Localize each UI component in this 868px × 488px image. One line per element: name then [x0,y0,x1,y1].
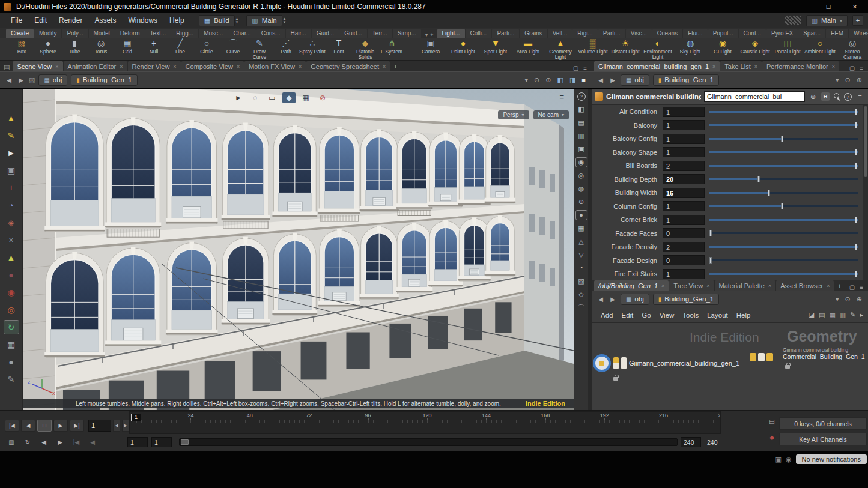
playback-start-field[interactable]: 1 [151,437,172,447]
shelf-tool-font[interactable]: TFont [326,38,352,60]
path-chip-node[interactable]: ▮ Building_Gen_1 [653,74,719,86]
node-building-generator[interactable]: Giimann_commercial_building_gen_1 [593,354,739,372]
drag-grip[interactable] [785,16,801,25]
lasso-select-icon[interactable]: ◌ [249,92,262,103]
path-chip-obj[interactable]: ▦ obj [621,74,649,86]
network-grid-icon[interactable]: ▦ [829,311,835,319]
wireframe-icon[interactable]: ◎ [576,171,587,180]
menu-render[interactable]: Render [53,16,88,25]
pane-options-icon[interactable]: ≡ [860,65,863,71]
pane-options-icon[interactable]: ≡ [583,65,587,71]
path-chip-obj[interactable]: ▦ obj [38,74,67,86]
slider-handle[interactable] [709,230,712,236]
shelf-tab-parti[interactable]: Parti... [598,29,625,38]
shelf-tool-l-system[interactable]: ⋔L-System [378,38,405,60]
path-dropdown-icon[interactable]: ▾ [834,295,840,303]
shelf-tool-grid[interactable]: ▦Grid [114,38,141,60]
magnet-tool-icon[interactable]: ◈ [4,216,19,229]
material-shade-icon[interactable]: ● [576,211,587,220]
play-button[interactable]: ▶ [53,420,68,432]
tab-take-list[interactable]: Take List× [720,61,762,71]
close-button[interactable]: × [842,3,868,10]
close-tab-icon[interactable]: × [120,64,123,70]
range-end-field[interactable]: 240 [704,437,724,447]
move-tool-icon[interactable]: × [4,233,19,247]
shelf-tab-guid[interactable]: Guid... [339,29,366,38]
main-stepper[interactable]: ▴▾ [284,17,286,24]
add-desktop-button[interactable]: + [852,15,863,26]
param-value-field[interactable]: 2 [663,161,705,171]
shelf-tool-environment-light[interactable]: ◐Environment Light [642,38,674,60]
shelf-tab-rigg[interactable]: Rigg... [171,29,198,38]
shelf-dropdown-icon[interactable]: ▾ [425,32,428,38]
tab-render-view[interactable]: Render View× [128,61,181,71]
scrollbar-thumb[interactable] [864,106,867,177]
close-tab-icon[interactable]: × [383,64,386,70]
rotate-tool-icon[interactable]: ◔ [4,199,19,212]
keys-dropdown-button[interactable]: 0 keys, 0/0 channels [779,417,867,430]
shelf-tool-spray-paint[interactable]: ∴Spray Paint [299,38,326,60]
play-reverse-button[interactable]: ◀ [21,420,35,432]
maximize-button[interactable]: □ [815,3,842,10]
shelf-tab-modify[interactable]: Modify [34,29,61,38]
layout-split-icon[interactable]: ◧ [556,76,565,84]
slider-handle[interactable] [855,163,857,169]
shelf-tool-geometry-light[interactable]: ▲Geometry Light [544,38,577,60]
slider-handle[interactable] [781,203,783,209]
node-name-input[interactable] [704,91,805,102]
clock-icon[interactable]: ◔ [576,264,587,273]
goto-start-icon[interactable]: |◀ [71,437,82,447]
shelf-tool-circle[interactable]: ○Circle [193,38,220,60]
shelf-tool-curve[interactable]: ⌒Curve [220,38,246,60]
recook-tool-icon[interactable]: ↻ [4,321,19,334]
next-key-icon[interactable]: ▶ [55,437,65,447]
prev-key-icon[interactable]: ◀ [38,437,49,447]
select-tool-icon[interactable]: ► [4,146,19,160]
close-tab-icon[interactable]: × [768,283,771,289]
menu-windows[interactable]: Windows [122,16,163,25]
param-slider[interactable] [709,256,858,265]
close-tab-icon[interactable]: × [832,64,835,70]
param-value-field[interactable]: 2 [663,242,705,252]
param-value-field[interactable]: 1 [663,215,705,225]
viewport-canvas[interactable]: ►◌▭◆▦⊘ ≡ Persp▾ No cam▾ z x Left mouse t… [23,89,574,410]
node-flag-icon[interactable] [613,357,619,369]
param-value-field[interactable]: 20 [663,174,705,184]
pane-options-icon[interactable]: ≡ [860,284,863,291]
frame-range-slider[interactable] [179,438,678,446]
network-menu-view[interactable]: View [655,312,679,319]
network-menu-help[interactable]: Help [732,312,755,319]
shelf-tab-text[interactable]: Text... [145,29,171,38]
param-slider[interactable] [709,148,858,157]
checkbox-icon[interactable]: ▢ [849,65,855,71]
goto-end-button[interactable]: ▶| [70,420,84,432]
tab-performance-monitor[interactable]: Performance Monitor× [762,61,839,71]
back-button[interactable]: ◀ [596,77,605,83]
slider-handle[interactable] [855,271,857,277]
playback-end-field[interactable]: 240 [681,437,701,447]
back-button[interactable]: ◀ [596,296,605,303]
shelf-tool-stereo-camera[interactable]: ◎Stereo Camera [836,38,868,60]
shelf-tool-portal-light[interactable]: ◫Portal Light [771,38,804,60]
viewport-help-icon[interactable]: ? [577,92,586,101]
shelf-tab-oceans[interactable]: Oceans [652,29,682,38]
brush-tool-icon[interactable]: ✎ [4,129,19,142]
shelf-tab-musc[interactable]: Musc... [199,29,228,38]
network-annotate-icon[interactable]: ✎ [850,311,855,319]
box-select-icon[interactable]: ▭ [266,92,279,103]
shelf-tab-vell[interactable]: Vell... [548,29,572,38]
path-chip-obj[interactable]: ▦ obj [621,294,649,305]
param-slider[interactable] [709,242,858,252]
perspective-menu-button[interactable]: Persp▾ [498,110,529,119]
pose-tool-icon[interactable]: + [4,181,19,194]
shelf-tool-spot-light[interactable]: ▼Spot Light [479,38,512,60]
pin-icon[interactable]: ⊙ [533,76,541,84]
param-value-field[interactable]: 1 [663,120,705,130]
houdini-badge-icon[interactable]: H [821,92,830,101]
param-value-field[interactable]: 1 [663,134,705,144]
pin-icon[interactable]: ⊙ [844,76,852,84]
range-start-field[interactable]: 1 [127,437,148,447]
param-slider[interactable] [709,188,858,197]
tab-animation-editor[interactable]: Animation Editor× [64,61,127,71]
ring-tool-icon[interactable]: ◎ [4,303,19,316]
